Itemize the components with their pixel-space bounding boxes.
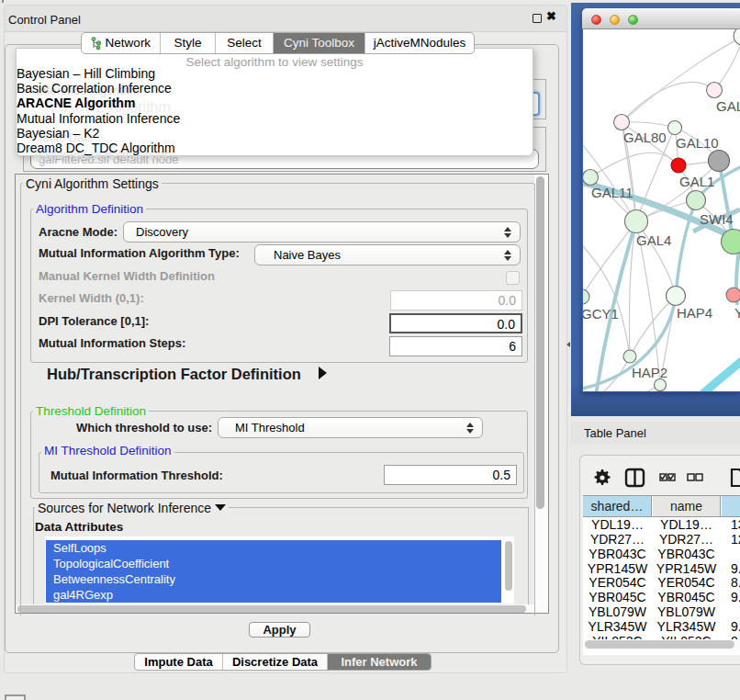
svg-text:HAP4: HAP4 bbox=[677, 305, 712, 321]
svg-text:GCY1: GCY1 bbox=[583, 306, 619, 322]
svg-text:GAL11: GAL11 bbox=[591, 185, 633, 200]
svg-text:GAL4: GAL4 bbox=[636, 232, 671, 248]
svg-text:GAL1: GAL1 bbox=[679, 174, 714, 189]
svg-text:Y: Y bbox=[734, 305, 740, 321]
svg-text:GAL10: GAL10 bbox=[676, 135, 719, 151]
svg-text:HAP2: HAP2 bbox=[632, 365, 667, 380]
svg-text:GAL7: GAL7 bbox=[716, 98, 740, 114]
svg-text:GAL80: GAL80 bbox=[623, 130, 667, 145]
svg-text:SWI4: SWI4 bbox=[700, 211, 734, 227]
